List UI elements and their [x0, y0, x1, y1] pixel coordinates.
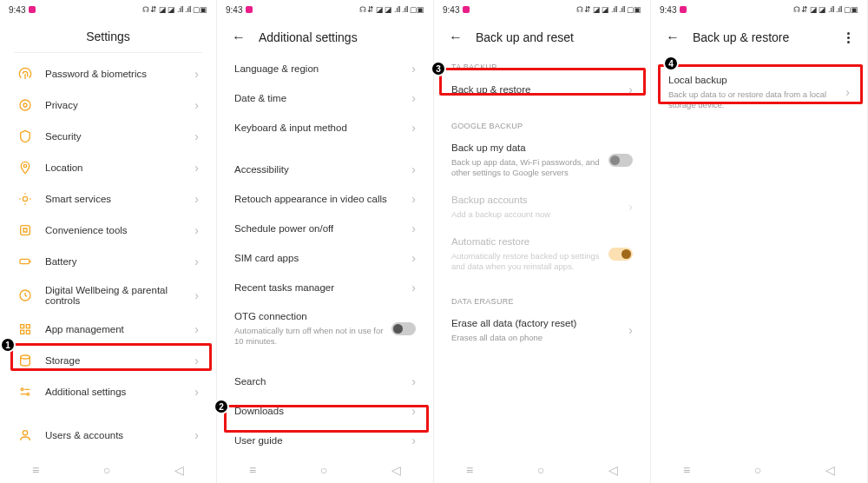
row-erase-all-data[interactable]: Erase all data (factory reset) Erases al…: [437, 309, 647, 351]
row-label: Retouch appearance in video calls: [234, 194, 411, 204]
row-battery[interactable]: Battery ›: [3, 246, 213, 277]
row-label: Backup accounts: [451, 194, 628, 208]
row-local-backup[interactable]: Local backup Back up data to or restore …: [654, 66, 864, 118]
status-bar: 9:43 ☊ ⇵ ◪ ◪ .ıll .ıll ▢▣: [217, 0, 433, 19]
row-retouch[interactable]: Retouch appearance in video calls›: [220, 184, 430, 214]
row-label: Accessibility: [234, 164, 411, 175]
backup-restore-list[interactable]: Local backup Back up data to or restore …: [651, 54, 867, 457]
row-privacy[interactable]: Privacy ›: [3, 89, 213, 121]
row-backup-restore[interactable]: Back up & restore ›: [437, 75, 647, 104]
row-recent-tasks[interactable]: Recent tasks manager›: [220, 273, 430, 302]
status-bar: 9:43 ☊ ⇵ ◪ ◪ .ıll .ıll ▢▣: [651, 0, 867, 19]
status-bar: 9:43 ☊ ⇵ ◪ ◪ .ıll .ıll ▢▣: [434, 0, 650, 19]
row-label: Users & accounts: [45, 430, 194, 440]
chevron-right-icon: ›: [194, 428, 199, 442]
svg-rect-8: [26, 325, 30, 328]
nav-home-icon[interactable]: ○: [754, 463, 761, 477]
row-downloads[interactable]: Downloads›: [220, 396, 430, 426]
nav-back-icon[interactable]: ◁: [391, 463, 401, 477]
chevron-right-icon: ›: [628, 83, 633, 96]
chevron-right-icon: ›: [194, 98, 199, 112]
row-search[interactable]: Search›: [220, 367, 430, 396]
backup-reset-list[interactable]: TA BACKUP Back up & restore › GOOGLE BAC…: [434, 54, 650, 457]
row-automatic-restore: Automatic restore Automatically restore …: [437, 228, 647, 280]
back-arrow-icon[interactable]: ←: [231, 30, 247, 45]
chevron-right-icon: ›: [411, 404, 416, 418]
row-schedule-power[interactable]: Schedule power on/off›: [220, 214, 430, 243]
row-digital-wellbeing[interactable]: Digital Wellbeing & parental controls ›: [3, 277, 213, 314]
additional-settings-list[interactable]: Language & region› Date & time› Keyboard…: [217, 54, 433, 457]
row-otg-connection[interactable]: OTG connection Automatically turn off wh…: [220, 302, 430, 354]
row-storage[interactable]: Storage ›: [3, 345, 213, 376]
row-text: Local backup Back up data to or restore …: [668, 74, 845, 110]
row-back-up-and-reset[interactable]: Back up and reset›: [220, 455, 430, 457]
menu-dots-icon[interactable]: [847, 32, 853, 43]
status-icons: ☊ ⇵ ◪ ◪ .ıll .ıll ▢▣: [793, 5, 858, 14]
nav-home-icon[interactable]: ○: [103, 463, 110, 477]
sliders-icon: [17, 384, 33, 400]
nav-bar: ≡ ○ ◁: [651, 457, 867, 483]
chevron-right-icon: ›: [194, 129, 199, 143]
nav-home-icon[interactable]: ○: [320, 463, 327, 477]
nav-back-icon[interactable]: ◁: [825, 463, 835, 477]
svg-point-1: [23, 103, 27, 107]
row-users-accounts[interactable]: Users & accounts ›: [3, 420, 213, 451]
nav-back-icon[interactable]: ◁: [608, 463, 618, 477]
row-label: Date & time: [234, 93, 411, 103]
chevron-right-icon: ›: [628, 200, 633, 214]
nav-menu-icon[interactable]: ≡: [466, 463, 473, 477]
row-sim-card-apps[interactable]: SIM card apps›: [220, 243, 430, 273]
step-badge-3: 3: [431, 61, 446, 76]
row-label: Smart services: [45, 194, 194, 204]
status-bar: 9:43 ☊ ⇵ ◪ ◪ .ıll .ıll ▢▣: [0, 0, 216, 19]
row-accessibility[interactable]: Accessibility›: [220, 155, 430, 184]
nav-menu-icon[interactable]: ≡: [249, 463, 256, 477]
row-password-biometrics[interactable]: Password & biometrics ›: [3, 58, 213, 89]
row-google[interactable]: Google ›: [3, 451, 213, 457]
chevron-right-icon: ›: [194, 385, 199, 399]
row-additional-settings[interactable]: Additional settings ›: [3, 376, 213, 407]
row-sublabel: Back up data to or restore data from a l…: [668, 89, 845, 111]
row-sublabel: Add a backup account now: [451, 209, 628, 220]
user-icon: [17, 427, 33, 443]
row-location[interactable]: Location ›: [3, 152, 213, 183]
chevron-right-icon: ›: [411, 374, 416, 388]
row-convenience-tools[interactable]: Convenience tools ›: [3, 215, 213, 246]
row-keyboard-input[interactable]: Keyboard & input method›: [220, 113, 430, 142]
nav-back-icon[interactable]: ◁: [174, 463, 184, 477]
row-language-region[interactable]: Language & region›: [220, 54, 430, 83]
notification-dot-icon: [680, 6, 687, 13]
page-title: Additional settings: [259, 30, 358, 44]
toggle-otg[interactable]: [391, 322, 416, 335]
toggle-backup-my-data[interactable]: [608, 154, 633, 167]
divider: [14, 52, 202, 53]
settings-list[interactable]: Password & biometrics › Privacy › Securi…: [0, 58, 216, 457]
nav-bar: ≡ ○ ◁: [217, 457, 433, 483]
apps-icon: [17, 321, 33, 337]
status-time: 9:43: [443, 5, 459, 15]
page-title: Settings: [86, 30, 130, 43]
back-arrow-icon[interactable]: ←: [665, 30, 681, 45]
row-app-management[interactable]: App management ›: [3, 314, 213, 345]
toggle-automatic-restore: [608, 248, 633, 261]
nav-home-icon[interactable]: ○: [537, 463, 544, 477]
row-security[interactable]: Security ›: [3, 121, 213, 152]
row-date-time[interactable]: Date & time›: [220, 83, 430, 113]
svg-point-14: [23, 431, 27, 435]
row-backup-my-data[interactable]: Back up my data Back up app data, Wi-Fi …: [437, 134, 647, 186]
nav-menu-icon[interactable]: ≡: [683, 463, 690, 477]
back-arrow-icon[interactable]: ←: [448, 30, 464, 45]
screen-backup-and-reset: 9:43 ☊ ⇵ ◪ ◪ .ıll .ıll ▢▣ ← Back up and …: [434, 0, 651, 483]
section-google-backup: GOOGLE BACKUP: [437, 113, 647, 134]
chevron-right-icon: ›: [411, 91, 416, 105]
screen-settings: 9:43 ☊ ⇵ ◪ ◪ .ıll .ıll ▢▣ Settings Passw…: [0, 0, 217, 483]
row-user-guide[interactable]: User guide›: [220, 426, 430, 455]
chevron-right-icon: ›: [194, 192, 199, 206]
row-label: Automatic restore: [451, 235, 608, 249]
wellbeing-icon: [17, 288, 33, 303]
row-smart-services[interactable]: Smart services ›: [3, 183, 213, 215]
nav-bar: ≡ ○ ◁: [0, 457, 216, 483]
nav-menu-icon[interactable]: ≡: [32, 463, 39, 477]
row-label: Password & biometrics: [45, 69, 194, 79]
row-label: Storage: [45, 355, 194, 366]
